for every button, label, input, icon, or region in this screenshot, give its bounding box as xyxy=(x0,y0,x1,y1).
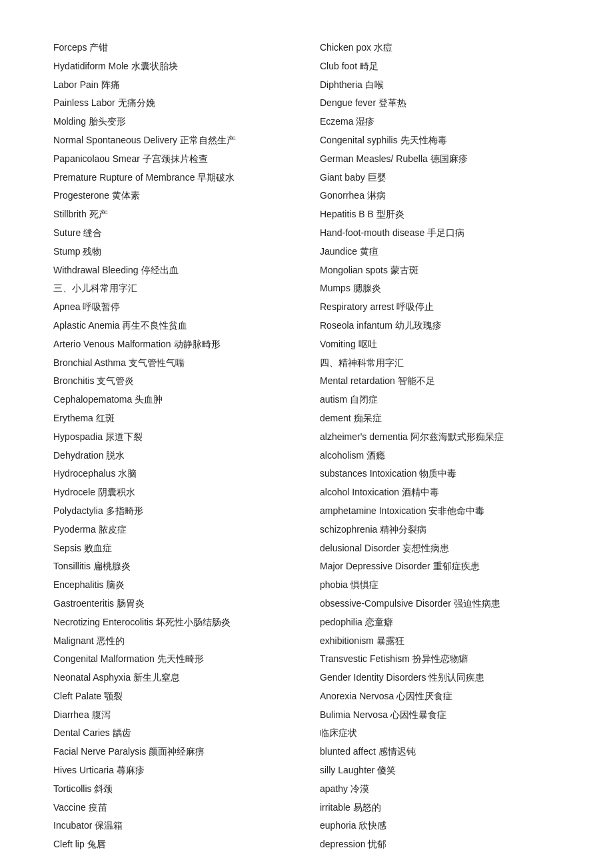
list-item: Major Depressive Disorder 重郁症疾患 xyxy=(320,559,560,575)
list-item: Mongolian spots 蒙古斑 xyxy=(320,263,560,279)
list-item: Aplastic Anemia 再生不良性贫血 xyxy=(53,318,293,334)
list-item: Papanicolaou Smear 子宫颈抹片检查 xyxy=(53,151,293,167)
list-item: Congenital syphilis 先天性梅毒 xyxy=(320,133,560,149)
list-item: Normal Spontaneous Delivery 正常自然生产 xyxy=(53,133,293,149)
list-item: substances Intoxication 物质中毒 xyxy=(320,466,560,482)
list-item: Cleft Palate 颚裂 xyxy=(53,689,293,705)
list-item: Vomiting 呕吐 xyxy=(320,337,560,353)
list-item: Cleft lip 兔唇 xyxy=(53,837,293,853)
list-item: dement 痴呆症 xyxy=(320,411,560,427)
list-item: Dehydration 脱水 xyxy=(53,448,293,464)
list-item: Eczema 湿疹 xyxy=(320,114,560,130)
list-item: Hand-foot-mouth disease 手足口病 xyxy=(320,225,560,241)
list-item: alcoholism 酒瘾 xyxy=(320,448,560,464)
list-item: apathy 冷漠 xyxy=(320,781,560,797)
list-item: Transvestic Fetishism 扮异性恋物癖 xyxy=(320,651,560,667)
list-item: Hydatidiform Mole 水囊状胎块 xyxy=(53,59,293,75)
list-item: exhibitionism 暴露狂 xyxy=(320,633,560,649)
list-item: Hives Urticaria 蕁麻疹 xyxy=(53,763,293,779)
list-item: Polydactylia 多指畸形 xyxy=(53,503,293,519)
list-item: schizophrenia 精神分裂病 xyxy=(320,522,560,538)
list-item: Mumps 腮腺炎 xyxy=(320,281,560,297)
list-item: pedophilia 恋童癖 xyxy=(320,615,560,631)
list-item: Gonorrhea 淋病 xyxy=(320,188,560,204)
list-item: delusional Disorder 妄想性病患 xyxy=(320,541,560,557)
list-item: Bulimia Nervosa 心因性暴食症 xyxy=(320,707,560,723)
list-item: Pyoderma 脓皮症 xyxy=(53,522,293,538)
list-item: Encephalitis 脑炎 xyxy=(53,577,293,593)
list-item: Diphtheria 白喉 xyxy=(320,77,560,93)
list-item: Sepsis 败血症 xyxy=(53,541,293,557)
list-item: Neonatal Asphyxia 新生儿窒息 xyxy=(53,670,293,686)
list-item: Jaundice 黄疸 xyxy=(320,244,560,260)
list-item: Facial Nerve Paralysis 颜面神经麻痹 xyxy=(53,744,293,760)
list-item: amphetamine Intoxication 安非他命中毒 xyxy=(320,503,560,519)
list-item: Gender Identity Disorders 性别认同疾患 xyxy=(320,670,560,686)
list-item: Hydrocele 阴囊积水 xyxy=(53,485,293,501)
list-item: Mental retardation 智能不足 xyxy=(320,373,560,389)
main-content: Forceps 产钳Hydatidiform Mole 水囊状胎块Labor P… xyxy=(53,40,560,853)
list-item: German Measles/ Rubella 德国麻疹 xyxy=(320,151,560,167)
list-item: 四、精神科常用字汇 xyxy=(320,355,560,371)
list-item: obsessive-Compulsive Disorder 强迫性病患 xyxy=(320,596,560,612)
list-item: Incubator 保温箱 xyxy=(53,818,293,834)
list-item: Vaccine 疫苗 xyxy=(53,800,293,816)
list-item: Club foot 畸足 xyxy=(320,59,560,75)
list-item: Premature Rupture of Membrance 早期破水 xyxy=(53,170,293,186)
list-item: Tonsillitis 扁桃腺炎 xyxy=(53,559,293,575)
list-item: Hepatitis B B 型肝炎 xyxy=(320,207,560,223)
list-item: Painless Labor 无痛分娩 xyxy=(53,95,293,111)
list-item: 临床症状 xyxy=(320,725,560,741)
list-item: Bronchial Asthma 支气管性气喘 xyxy=(53,355,293,371)
list-item: Bronchitis 支气管炎 xyxy=(53,373,293,389)
list-item: Diarrhea 腹泻 xyxy=(53,707,293,723)
list-item: 三、小儿科常用字汇 xyxy=(53,281,293,297)
list-item: Congenital Malformation 先天性畸形 xyxy=(53,651,293,667)
list-item: Malignant 恶性的 xyxy=(53,633,293,649)
list-item: alcohol Intoxication 酒精中毒 xyxy=(320,485,560,501)
list-item: Arterio Venous Malformation 动静脉畸形 xyxy=(53,337,293,353)
list-item: Labor Pain 阵痛 xyxy=(53,77,293,93)
list-item: blunted affect 感情迟钝 xyxy=(320,744,560,760)
list-item: Torticollis 斜颈 xyxy=(53,781,293,797)
list-item: Roseola infantum 幼儿玫瑰疹 xyxy=(320,318,560,334)
list-item: Chicken pox 水痘 xyxy=(320,40,560,56)
list-item: Cephalopematoma 头血肿 xyxy=(53,392,293,408)
list-item: Forceps 产钳 xyxy=(53,40,293,56)
list-item: Necrotizing Enterocolitis 坏死性小肠结肠炎 xyxy=(53,615,293,631)
list-item: Respiratory arrest 呼吸停止 xyxy=(320,299,560,315)
list-item: Apnea 呼吸暂停 xyxy=(53,299,293,315)
list-item: euphoria 欣快感 xyxy=(320,818,560,834)
right-column: Chicken pox 水痘Club foot 畸足Diphtheria 白喉D… xyxy=(320,40,560,853)
list-item: Giant baby 巨婴 xyxy=(320,170,560,186)
left-column: Forceps 产钳Hydatidiform Mole 水囊状胎块Labor P… xyxy=(53,40,293,853)
list-item: Dengue fever 登革热 xyxy=(320,95,560,111)
list-item: Gastroenteritis 肠胃炎 xyxy=(53,596,293,612)
list-item: depression 忧郁 xyxy=(320,837,560,853)
list-item: alzheimer's dementia 阿尔兹海默式形痴呆症 xyxy=(320,429,560,445)
list-item: phobia 惧惧症 xyxy=(320,577,560,593)
list-item: irritable 易怒的 xyxy=(320,800,560,816)
list-item: silly Laughter 傻笑 xyxy=(320,763,560,779)
list-item: autism 自闭症 xyxy=(320,392,560,408)
list-item: Anorexia Nervosa 心因性厌食症 xyxy=(320,689,560,705)
list-item: Withdrawal Bleeding 停经出血 xyxy=(53,263,293,279)
list-item: Progesterone 黄体素 xyxy=(53,188,293,204)
list-item: Suture 缝合 xyxy=(53,225,293,241)
list-item: Stillbrith 死产 xyxy=(53,207,293,223)
list-item: Molding 胎头变形 xyxy=(53,114,293,130)
list-item: Stump 残物 xyxy=(53,244,293,260)
list-item: Hydrocephalus 水脑 xyxy=(53,466,293,482)
list-item: Dental Caries 龋齿 xyxy=(53,725,293,741)
list-item: Hypospadia 尿道下裂 xyxy=(53,429,293,445)
list-item: Erythema 红斑 xyxy=(53,411,293,427)
